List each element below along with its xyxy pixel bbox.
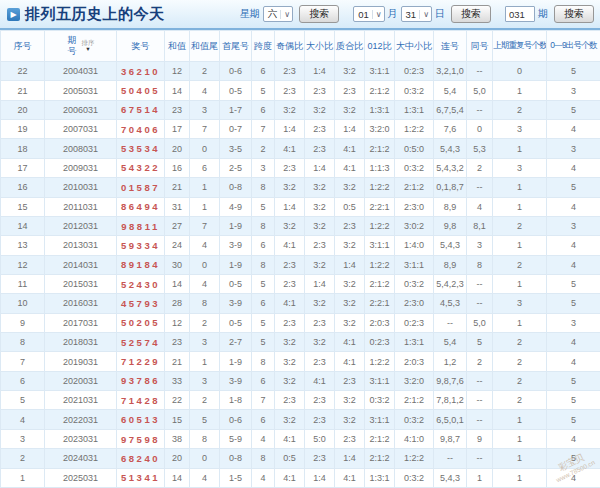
- cell: 3:2: [275, 333, 305, 352]
- date-search-button[interactable]: 搜索: [451, 5, 491, 23]
- cell: 1: [190, 352, 220, 371]
- cell: 12: [165, 62, 190, 81]
- cell: 3:2: [335, 62, 365, 81]
- cell: 2:1:2: [365, 429, 395, 448]
- cell: 18: [1, 139, 45, 158]
- cell: 3:2: [305, 294, 335, 313]
- column-header: 首尾号: [220, 31, 252, 62]
- cell: 33: [165, 371, 190, 390]
- cell: 8,9: [434, 255, 467, 274]
- cell: 0-7: [220, 120, 252, 139]
- cell: 14: [165, 81, 190, 100]
- column-header: 同号: [467, 31, 493, 62]
- cell: 0: [467, 120, 493, 139]
- cell: 2025031: [45, 468, 117, 487]
- cell: 2:3: [275, 313, 305, 332]
- prize-number: 98811: [117, 216, 165, 235]
- cell: 1:4: [305, 62, 335, 81]
- prize-number: 45793: [117, 294, 165, 313]
- cell: 2:3: [275, 255, 305, 274]
- cell: 2016031: [45, 294, 117, 313]
- prize-number: 67514: [117, 100, 165, 119]
- issue-input[interactable]: [505, 6, 535, 22]
- cell: 3:1:1: [365, 236, 395, 255]
- cell: 1: [1, 468, 45, 487]
- cell: 2:0:3: [395, 352, 434, 371]
- cell: 5,4: [434, 81, 467, 100]
- search-controls: 星期 六 ∨ 搜索 01 ∨ 月 31 ∨ 日 搜索: [240, 5, 594, 23]
- cell: 30: [165, 255, 190, 274]
- sort-control[interactable]: 排序▼: [82, 40, 95, 53]
- cell: 19: [1, 120, 45, 139]
- cell: 0: [190, 255, 220, 274]
- cell: 4:1:0: [395, 429, 434, 448]
- cell: 4: [190, 236, 220, 255]
- week-select[interactable]: 六 ∨: [263, 6, 293, 22]
- cell: 0:2:3: [395, 62, 434, 81]
- cell: 3:2: [335, 236, 365, 255]
- cell: 5: [547, 62, 600, 81]
- cell: 2:3: [335, 216, 365, 235]
- cell: 1:3:1: [395, 333, 434, 352]
- cell: --: [434, 313, 467, 332]
- cell: 2020031: [45, 371, 117, 390]
- cell: 0-5: [220, 274, 252, 293]
- cell: 22: [165, 391, 190, 410]
- month-select[interactable]: 01 ∨: [353, 6, 384, 22]
- cell: 8: [252, 216, 275, 235]
- cell: 0:3:2: [395, 158, 434, 177]
- page-title: 排列五历史上的今天: [25, 5, 165, 24]
- cell: 21: [1, 81, 45, 100]
- cell: 5-9: [220, 429, 252, 448]
- cell: 5,4,3: [434, 236, 467, 255]
- cell: 10: [1, 294, 45, 313]
- cell: 2:3: [305, 352, 335, 371]
- cell: 12: [1, 255, 45, 274]
- month-label: 月: [388, 7, 398, 21]
- cell: 2024031: [45, 449, 117, 468]
- table-row: 112015031524301440-552:31:43:22:1:20:3:2…: [1, 274, 600, 293]
- table-row: 82018031525742332-753:23:24:10:2:31:3:15…: [1, 333, 600, 352]
- cell: 4:1: [335, 468, 365, 487]
- cell: 9,8,7,6: [434, 371, 467, 390]
- cell: 4: [547, 120, 600, 139]
- cell: 5: [190, 410, 220, 429]
- cell: 6: [252, 294, 275, 313]
- cell: 5,0: [467, 81, 493, 100]
- issue-search-button[interactable]: 搜索: [554, 5, 594, 23]
- column-header: 大小比: [305, 31, 335, 62]
- day-select[interactable]: 31 ∨: [401, 6, 432, 22]
- column-header: 质合比: [335, 31, 365, 62]
- cell: 4: [190, 274, 220, 293]
- cell: 6: [252, 100, 275, 119]
- cell: 4: [252, 468, 275, 487]
- cell: 2:3: [275, 62, 305, 81]
- week-search-button[interactable]: 搜索: [299, 5, 339, 23]
- cell: 20: [1, 100, 45, 119]
- prize-number: 97598: [117, 429, 165, 448]
- prize-number: 50205: [117, 313, 165, 332]
- sort-arrow-icon: ▼: [85, 47, 90, 53]
- cell: 5,4,3,2: [434, 158, 467, 177]
- cell: 3-9: [220, 371, 252, 390]
- cell: 0:5: [335, 197, 365, 216]
- cell: 1: [493, 274, 547, 293]
- cell: 4,5,3: [434, 294, 467, 313]
- cell: 3-9: [220, 294, 252, 313]
- cell: --: [467, 178, 493, 197]
- cell: 8: [1, 333, 45, 352]
- cell: 2:3: [275, 158, 305, 177]
- cell: 0-8: [220, 178, 252, 197]
- cell: 23: [165, 100, 190, 119]
- cell: 4: [190, 468, 220, 487]
- cell: 7,6: [434, 120, 467, 139]
- cell: 2008031: [45, 139, 117, 158]
- cell: 3:2: [335, 313, 365, 332]
- cell: --: [467, 410, 493, 429]
- cell: 0-6: [220, 410, 252, 429]
- cell: 7: [190, 216, 220, 235]
- cell: 20: [165, 449, 190, 468]
- cell: 28: [165, 294, 190, 313]
- cell: 17: [165, 120, 190, 139]
- chevron-down-icon: ∨: [419, 10, 429, 19]
